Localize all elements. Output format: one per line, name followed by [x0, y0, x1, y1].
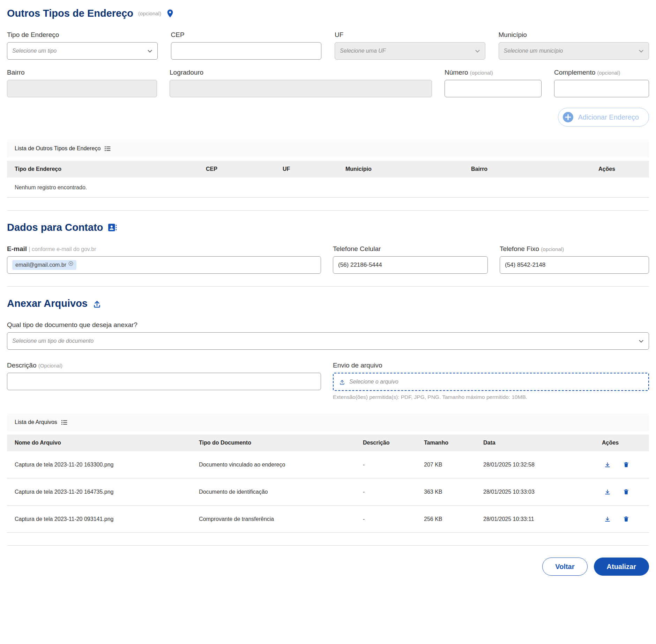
file-desc: -: [363, 462, 424, 468]
location-pin-icon: [165, 9, 175, 18]
col-header: Nome do Arquivo: [7, 440, 199, 446]
back-button[interactable]: Voltar: [542, 558, 587, 576]
uf-select[interactable]: Selecione uma UF: [335, 42, 485, 60]
email-chip: email@gmail.com.br: [12, 260, 76, 270]
section-title-text: Outros Tipos de Endereço: [7, 8, 133, 19]
section-title-enderecos: Outros Tipos de Endereço (opcional): [7, 8, 649, 19]
section-divider: [7, 210, 649, 211]
table-row: Captura de tela 2023-11-20 093141.png Co…: [7, 506, 649, 533]
section-title-anexar: Anexar Arquivos: [7, 298, 649, 309]
field-cep: CEP: [171, 31, 322, 60]
download-icon[interactable]: [604, 488, 611, 495]
file-dropzone[interactable]: Selecione o arquivo: [333, 373, 649, 391]
file-size: 363 KB: [424, 489, 483, 495]
trash-icon[interactable]: [623, 516, 629, 522]
files-list-band: Lista de Arquivos: [7, 414, 649, 431]
upload-hint: Extensão(ões) permitida(s): PDF, JPG, PN…: [333, 394, 649, 400]
field-descricao: Descrição (Opcional): [7, 362, 321, 400]
municipio-select[interactable]: Selecione um município: [499, 42, 649, 60]
tipo-endereco-placeholder: Selecione um tipo: [12, 48, 57, 54]
telefone-celular-label: Telefone Celular: [333, 245, 488, 253]
update-button[interactable]: Atualizar: [594, 558, 649, 576]
section-title-text: Dados para Contato: [7, 222, 103, 233]
uf-label: UF: [335, 31, 485, 39]
file-size: 207 KB: [424, 462, 483, 468]
complemento-label: Complemento (opcional): [554, 69, 649, 76]
field-doc-type: Qual tipo de documento que deseja anexar…: [7, 321, 649, 350]
descricao-input[interactable]: [7, 373, 321, 390]
col-header: Tipo do Documento: [199, 440, 363, 446]
email-chip-value: email@gmail.com.br: [15, 262, 66, 268]
field-email: E-mail | conforme e-mail do gov.br email…: [7, 245, 321, 274]
footer-actions: Voltar Atualizar: [7, 558, 649, 576]
field-complemento: Complemento (opcional): [554, 69, 649, 97]
row-actions: [602, 516, 649, 523]
file-date: 28/01/2025 10:32:58: [483, 462, 602, 468]
municipio-placeholder: Selecione um município: [504, 48, 563, 54]
bairro-input[interactable]: [7, 80, 157, 97]
field-telefone-fixo: Telefone Fixo (opcional): [500, 245, 649, 274]
optional-tag: (opcional): [470, 70, 493, 76]
field-logradouro: Logradouro: [170, 69, 432, 97]
email-field[interactable]: email@gmail.com.br: [7, 256, 321, 274]
field-bairro: Bairro: [7, 69, 157, 97]
trash-icon[interactable]: [623, 488, 629, 495]
col-header: Município: [345, 166, 471, 172]
telefone-celular-input[interactable]: [333, 256, 488, 274]
doc-type-row: Qual tipo de documento que deseja anexar…: [7, 321, 649, 350]
field-municipio: Município Selecione um município: [499, 31, 649, 60]
field-telefone-celular: Telefone Celular: [333, 245, 488, 274]
file-desc: -: [363, 489, 424, 495]
chevron-down-icon: [475, 48, 480, 54]
address-empty-row: Nenhum registro encontrado.: [7, 177, 649, 198]
file-type: Comprovante de transferência: [199, 516, 363, 522]
download-icon[interactable]: [604, 516, 611, 523]
envio-arquivo-label: Envio de arquivo: [333, 362, 649, 369]
field-numero: Número (opcional): [445, 69, 542, 97]
address-table: Lista de Outros Tipos de Endereço Tipo d…: [7, 140, 649, 198]
trash-icon[interactable]: [623, 461, 629, 468]
col-header: Tamanho: [424, 440, 483, 446]
uf-placeholder: Selecione uma UF: [340, 48, 386, 54]
col-header: Descrição: [363, 440, 424, 446]
list-icon: [104, 145, 111, 152]
files-list-title: Lista de Arquivos: [15, 419, 57, 425]
section-title-contato: Dados para Contato: [7, 222, 649, 233]
cep-input[interactable]: [171, 42, 322, 60]
remove-email-icon[interactable]: [68, 261, 73, 266]
optional-tag: (opcional): [541, 246, 564, 252]
add-address-button[interactable]: Adicionar Endereço: [558, 108, 649, 127]
logradouro-input[interactable]: [170, 80, 432, 97]
table-row: Captura de tela 2023-11-20 163300.png Do…: [7, 451, 649, 478]
complemento-input[interactable]: [554, 80, 649, 97]
col-header: Ações: [598, 166, 649, 172]
optional-tag: (opcional): [597, 70, 620, 76]
address-fields-row-2: Bairro Logradouro Número (opcional) Comp…: [7, 69, 649, 97]
telefone-fixo-input[interactable]: [500, 256, 649, 274]
descricao-label: Descrição (Opcional): [7, 362, 321, 369]
desc-upload-row: Descrição (Opcional) Envio de arquivo Se…: [7, 362, 649, 400]
bairro-label: Bairro: [7, 69, 157, 76]
field-uf: UF Selecione uma UF: [335, 31, 485, 60]
row-actions: [602, 488, 649, 495]
doc-type-select[interactable]: Selecione um tipo de documento: [7, 332, 649, 350]
plus-circle-icon: [562, 112, 574, 123]
address-list-band: Lista de Outros Tipos de Endereço: [7, 140, 649, 157]
files-table-header: Nome do Arquivo Tipo do Documento Descri…: [7, 434, 649, 451]
file-type: Documento de identificação: [199, 489, 363, 495]
section-anexar-arquivos: Anexar Arquivos Qual tipo de documento q…: [7, 298, 649, 533]
files-table: Lista de Arquivos Nome do Arquivo Tipo d…: [7, 414, 649, 533]
chevron-down-icon: [639, 339, 644, 344]
col-header: UF: [283, 166, 345, 172]
logradouro-label: Logradouro: [170, 69, 432, 76]
list-icon: [61, 419, 68, 426]
download-icon[interactable]: [604, 461, 611, 468]
tipo-endereco-select[interactable]: Selecione um tipo: [7, 42, 158, 60]
doc-type-placeholder: Selecione um tipo de documento: [12, 338, 94, 344]
numero-label: Número (opcional): [445, 69, 542, 76]
col-header: Ações: [602, 440, 649, 446]
chevron-down-icon: [147, 48, 152, 54]
email-label: E-mail | conforme e-mail do gov.br: [7, 245, 321, 253]
numero-input[interactable]: [445, 80, 542, 97]
row-actions: [602, 461, 649, 468]
